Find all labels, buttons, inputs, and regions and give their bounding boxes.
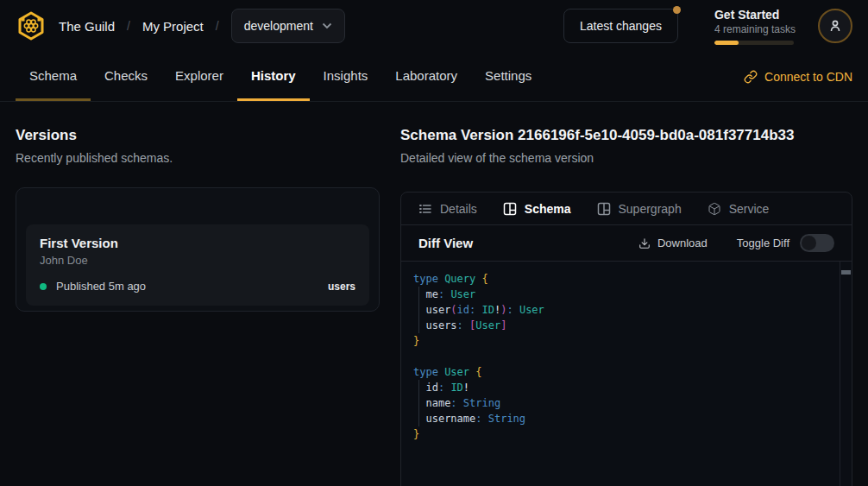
versions-title: Versions — [16, 126, 380, 145]
toggle-diff-label: Toggle Diff — [737, 237, 789, 249]
latest-changes-button[interactable]: Latest changes — [563, 9, 678, 43]
diff-view-header: Diff View Download Toggle Diff — [401, 225, 852, 262]
target-select[interactable]: development — [231, 9, 345, 43]
get-started-progress — [714, 41, 794, 45]
version-detail-section: Schema Version 2166196f-5e10-4059-bd0a-0… — [400, 126, 852, 486]
version-detail-title: Schema Version 2166196f-5e10-4059-bd0a-0… — [400, 126, 852, 145]
published-status-dot — [40, 283, 47, 290]
tab-schema[interactable]: Schema — [16, 52, 91, 101]
notification-dot — [673, 6, 681, 14]
schema-code-viewer[interactable]: type Query { me: User user(id: ID!): Use… — [401, 262, 852, 486]
detail-tab-schema[interactable]: Schema — [503, 202, 571, 216]
detail-tab-label: Details — [440, 202, 477, 216]
tab-explorer[interactable]: Explorer — [161, 52, 237, 101]
detail-tab-label: Schema — [525, 202, 571, 216]
breadcrumb-separator: / — [127, 19, 130, 33]
user-avatar[interactable] — [818, 9, 852, 43]
code-scrollbar[interactable] — [840, 262, 852, 486]
detail-tab-supergraph[interactable]: Supergraph — [597, 202, 682, 216]
version-author: John Doe — [40, 254, 355, 267]
cube-icon — [708, 202, 721, 216]
detail-tab-label: Service — [729, 202, 770, 216]
version-status: Published 5m ago — [56, 280, 146, 293]
tab-label: Explorer — [175, 68, 223, 83]
tab-checks[interactable]: Checks — [91, 52, 161, 101]
switch-knob — [802, 236, 816, 250]
connect-to-cdn-link[interactable]: Connect to CDN — [744, 70, 852, 84]
code-lines: type Query { me: User user(id: ID!): Use… — [413, 271, 827, 442]
guild-hive-logo-icon[interactable] — [16, 10, 47, 41]
breadcrumb-org[interactable]: The Guild — [59, 19, 115, 34]
download-icon — [638, 237, 651, 249]
download-label: Download — [657, 237, 708, 249]
diff-view-title: Diff View — [418, 236, 473, 250]
tab-insights[interactable]: Insights — [310, 52, 382, 101]
get-started-title: Get Started — [714, 8, 796, 22]
link-icon — [744, 70, 758, 84]
chevron-down-icon — [322, 22, 332, 29]
breadcrumb-separator: / — [216, 19, 219, 33]
get-started-progress-fill — [714, 41, 739, 45]
breadcrumb: The Guild / My Project / development — [59, 9, 345, 43]
cdn-link-label: Connect to CDN — [764, 70, 852, 84]
tab-label: Insights — [324, 68, 368, 83]
version-detail-subtitle: Detailed view of the schema version — [400, 150, 852, 166]
version-list-item[interactable]: First Version John Doe Published 5m ago … — [26, 224, 369, 306]
panels-icon — [597, 202, 611, 216]
tab-label: Checks — [104, 68, 148, 83]
detail-tab-service[interactable]: Service — [708, 202, 770, 216]
download-button[interactable]: Download — [638, 237, 708, 249]
toggle-diff-switch[interactable] — [800, 234, 834, 252]
versions-card: First Version John Doe Published 5m ago … — [16, 187, 380, 312]
breadcrumb-project[interactable]: My Project — [142, 19, 204, 34]
tab-laboratory[interactable]: Laboratory — [381, 52, 471, 101]
latest-changes-label: Latest changes — [580, 19, 662, 33]
tab-label: Settings — [485, 68, 531, 83]
person-icon — [828, 19, 842, 33]
list-icon — [418, 202, 432, 216]
detail-tab-details[interactable]: Details — [418, 202, 477, 216]
version-service-badge: users — [328, 281, 355, 293]
target-select-value: development — [244, 19, 313, 33]
versions-subtitle: Recently published schemas. — [16, 150, 380, 166]
version-detail-panel: Details Schema Supergraph — [400, 192, 852, 486]
get-started-widget[interactable]: Get Started 4 remaining tasks — [714, 8, 796, 45]
code-scrollbar-thumb[interactable] — [841, 270, 851, 275]
tab-label: Schema — [29, 68, 77, 83]
version-name: First Version — [40, 236, 355, 250]
tab-history[interactable]: History — [237, 52, 310, 101]
tab-settings[interactable]: Settings — [471, 52, 545, 101]
main-nav: Schema Checks Explorer History Insights … — [0, 52, 868, 102]
detail-panel-tabs: Details Schema Supergraph — [401, 193, 852, 225]
nav-tabs: Schema Checks Explorer History Insights … — [16, 52, 545, 101]
app-header: The Guild / My Project / development Lat… — [0, 0, 868, 52]
panels-icon — [503, 202, 517, 216]
detail-tab-label: Supergraph — [619, 202, 682, 216]
main-content: Versions Recently published schemas. Fir… — [0, 102, 868, 486]
tab-label: History — [251, 68, 296, 83]
get-started-subtitle: 4 remaining tasks — [714, 23, 796, 35]
tab-label: Laboratory — [395, 68, 457, 83]
versions-section: Versions Recently published schemas. Fir… — [16, 126, 380, 486]
